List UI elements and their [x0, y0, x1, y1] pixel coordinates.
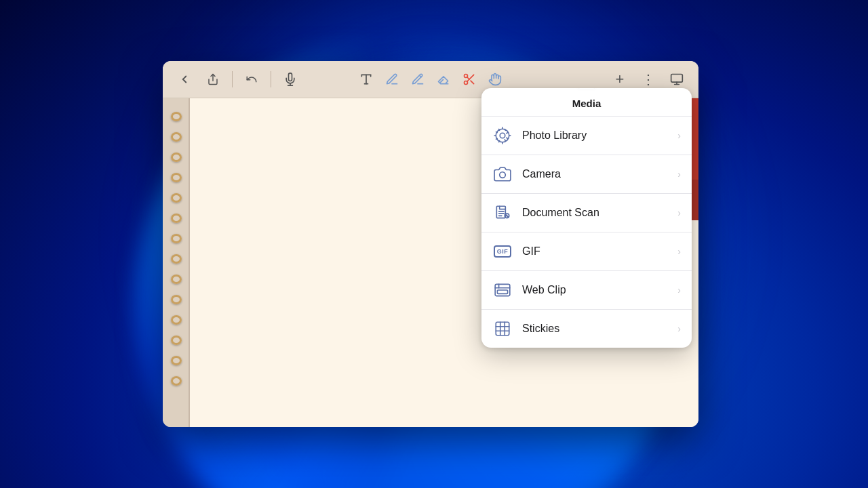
more-button[interactable]: ⋮ — [637, 68, 659, 90]
toolbar-right: + ⋮ — [609, 68, 688, 90]
stickies-chevron: › — [677, 323, 681, 334]
microphone-button[interactable] — [279, 68, 301, 90]
web-clip-icon — [492, 280, 513, 300]
toolbar-left — [174, 68, 224, 90]
media-item-stickies[interactable]: Stickies › — [481, 310, 692, 348]
spiral-ring — [171, 336, 182, 345]
toolbar-divider-2 — [271, 71, 271, 87]
gif-icon: GIF — [492, 241, 513, 262]
stickies-icon — [492, 319, 513, 339]
spiral-ring — [171, 274, 182, 284]
document-scan-chevron: › — [677, 207, 681, 218]
spiral-column — [163, 98, 190, 427]
svg-rect-26 — [497, 290, 507, 293]
camera-label: Camera — [522, 168, 677, 180]
media-popup: Media Photo Library › Camera › — [481, 88, 692, 348]
document-scan-label: Document Scan — [522, 207, 677, 219]
photo-library-icon — [492, 125, 513, 146]
svg-point-11 — [496, 129, 509, 142]
spiral-ring — [171, 193, 182, 203]
touch-tool-button[interactable] — [484, 68, 506, 90]
svg-rect-27 — [496, 322, 509, 336]
photo-library-chevron: › — [677, 130, 681, 141]
media-item-gif[interactable]: GIF GIF › — [481, 232, 692, 271]
spiral-ring — [171, 214, 182, 223]
spiral-ring — [171, 152, 182, 162]
share-button[interactable] — [202, 68, 224, 90]
text-tool-button[interactable] — [355, 68, 377, 90]
scissors-button[interactable] — [458, 68, 480, 90]
svg-point-12 — [500, 133, 505, 138]
spiral-ring — [171, 112, 182, 121]
media-item-web-clip[interactable]: Web Clip › — [481, 271, 692, 310]
gif-label: GIF — [522, 245, 677, 258]
gif-box: GIF — [494, 245, 511, 258]
spiral-ring — [171, 234, 182, 243]
back-button[interactable] — [174, 68, 195, 90]
undo-button[interactable] — [241, 68, 262, 90]
document-scan-icon — [492, 203, 513, 223]
svg-line-5 — [467, 77, 469, 79]
spiral-ring — [171, 376, 182, 386]
add-button[interactable]: + — [609, 68, 631, 90]
spiral-ring — [171, 173, 182, 182]
svg-rect-8 — [671, 75, 683, 83]
pen-tool-button[interactable] — [381, 68, 403, 90]
web-clip-label: Web Clip — [522, 284, 677, 296]
toolbar-center — [355, 68, 506, 90]
svg-line-4 — [471, 81, 474, 84]
media-popup-title: Media — [481, 88, 692, 117]
spiral-ring — [171, 295, 182, 304]
gif-chevron: › — [677, 246, 681, 257]
camera-chevron: › — [677, 169, 681, 180]
spiral-ring — [171, 132, 182, 142]
media-item-photo-library[interactable]: Photo Library › — [481, 117, 692, 155]
stickies-label: Stickies — [522, 323, 677, 335]
spiral-ring — [171, 254, 182, 264]
spiral-ring — [171, 356, 182, 365]
photo-library-label: Photo Library — [522, 129, 677, 142]
media-item-document-scan[interactable]: Document Scan › — [481, 194, 692, 232]
toolbar-divider-1 — [232, 71, 233, 87]
spiral-ring — [171, 315, 182, 325]
svg-point-17 — [500, 172, 506, 178]
eraser-button[interactable] — [433, 68, 454, 90]
highlighter-button[interactable] — [407, 68, 429, 90]
web-clip-chevron: › — [677, 285, 681, 296]
camera-icon — [492, 164, 513, 184]
media-item-camera[interactable]: Camera › — [481, 155, 692, 194]
layout-button[interactable] — [666, 68, 688, 90]
